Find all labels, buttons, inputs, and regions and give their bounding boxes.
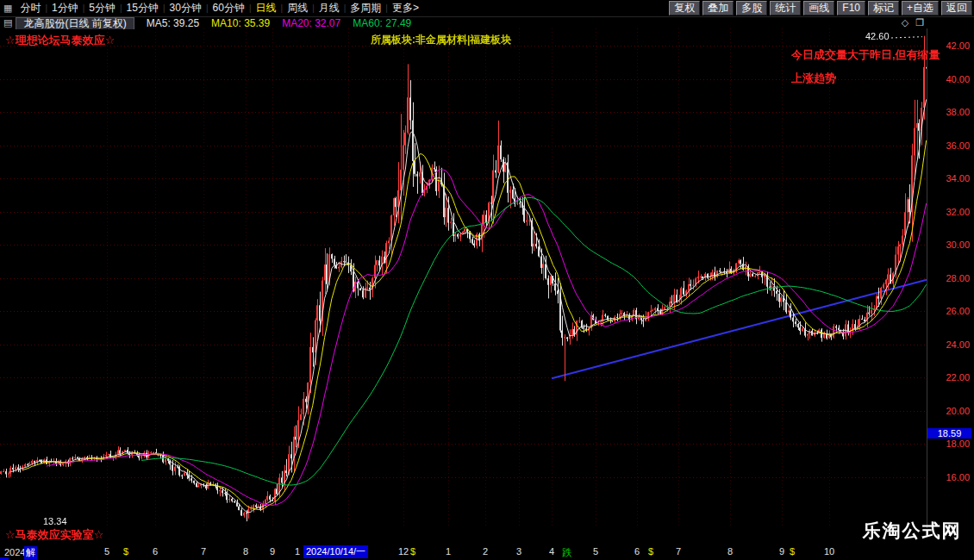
tool-button-4[interactable]: 画线 <box>803 1 834 16</box>
period-tab-8[interactable]: 月线 <box>315 1 344 16</box>
price-label: 36.00 <box>929 140 970 151</box>
price-axis-highlight: 18.59 <box>927 428 971 439</box>
chart-list-icon[interactable]: ▤ <box>0 17 16 28</box>
period-tab-9[interactable]: 多周期 <box>346 1 385 16</box>
time-tick-2: 6 <box>153 546 158 557</box>
tdx-window: ▦ 分时|1分钟|5分钟|15分钟|30分钟|60分钟|日线|周线|月线|多周期… <box>0 0 974 560</box>
price-label: 24.00 <box>929 339 970 350</box>
period-tab-6[interactable]: 日线 <box>252 1 281 16</box>
sector-note: 所属板块:非金属材料|福建板块 <box>371 33 511 47</box>
price-label: 20.00 <box>929 406 970 416</box>
tool-button-3[interactable]: 统计 <box>770 1 801 16</box>
price-label: 32.00 <box>929 207 970 217</box>
time-tick-15: 8 <box>727 546 733 557</box>
stock-tab-label: 龙高股份(日线 前复权) <box>23 17 126 29</box>
price-label: 18.00 <box>929 439 970 449</box>
tool-button-8[interactable]: 返回 <box>941 1 972 16</box>
period-tab-1[interactable]: 1分钟 <box>47 1 83 16</box>
price-label: 22.00 <box>929 372 970 383</box>
tool-button-2[interactable]: 多股 <box>736 1 767 16</box>
period-tab-3[interactable]: 15分钟 <box>122 1 163 16</box>
time-tick-13: 6 <box>634 546 640 557</box>
time-tick-9: 2 <box>483 546 488 557</box>
ma-label-0: MA5: 39.25 <box>147 17 199 29</box>
time-tick-3: 7 <box>201 546 206 557</box>
tool-button-0[interactable]: 复权 <box>669 1 700 16</box>
time-tick-8: 1 <box>446 546 451 557</box>
watermark-title: 乐淘公式网 <box>852 520 972 541</box>
price-label: 16.00 <box>929 472 970 482</box>
time-tick-5: 9 <box>270 546 275 557</box>
price-label: 26.00 <box>929 306 970 316</box>
period-low-label: 13.34 <box>43 516 67 526</box>
time-axis: 2024/10/14/一 2024年5678911212345678910解$$… <box>0 544 974 560</box>
price-label: 34.00 <box>929 173 970 184</box>
tool-button-5[interactable]: F10 <box>837 1 865 16</box>
app-grid-icon[interactable]: ▦ <box>0 3 16 14</box>
ma-label-1: MA10: 35.39 <box>211 17 270 29</box>
period-menu: 分时|1分钟|5分钟|15分钟|30分钟|60分钟|日线|周线|月线|多周期|更… <box>16 1 423 16</box>
marker-badge-2: $ <box>410 546 415 557</box>
candlestick-chart[interactable] <box>0 28 927 528</box>
time-tick-7: 12 <box>398 546 409 557</box>
marker-badge-3: 跌 <box>562 546 571 559</box>
period-high-label: 42.60 <box>865 31 890 41</box>
marker-badge-5: $ <box>790 546 795 557</box>
period-tab-0[interactable]: 分时 <box>16 1 45 16</box>
time-tick-4: 8 <box>243 546 248 557</box>
top-menu-bar: ▦ 分时|1分钟|5分钟|15分钟|30分钟|60分钟|日线|周线|月线|多周期… <box>0 0 974 17</box>
period-tab-10[interactable]: 更多> <box>388 1 423 16</box>
time-tick-11: 4 <box>549 546 554 557</box>
stock-tab[interactable]: 龙高股份(日线 前复权) <box>16 17 134 29</box>
period-tab-4[interactable]: 30分钟 <box>165 1 206 16</box>
tool-button-7[interactable]: +自选 <box>902 1 939 16</box>
marker-badge-1: $ <box>123 546 128 557</box>
ma-label-3: MA60: 27.49 <box>353 17 411 29</box>
time-tick-6: 1 <box>295 546 300 557</box>
time-tick-16: 9 <box>779 546 784 557</box>
ma-legend: MA5: 39.25MA10: 35.39MA20: 32.07MA60: 27… <box>147 17 412 29</box>
time-tick-1: 5 <box>104 546 109 557</box>
price-label: 38.00 <box>929 107 970 117</box>
price-label: 28.00 <box>929 273 970 283</box>
info-bar: ▤ 龙高股份(日线 前复权) MA5: 39.25MA10: 35.39MA20… <box>0 17 974 28</box>
price-label: 40.00 <box>929 74 970 84</box>
forum-note: ☆理想论坛马泰效应☆ <box>5 33 115 48</box>
time-tick-12: 5 <box>593 546 598 557</box>
tool-button-6[interactable]: 标记 <box>868 1 899 16</box>
marker-badge-0: 解 <box>24 546 37 559</box>
time-tick-14: 7 <box>676 546 681 557</box>
time-tick-10: 3 <box>516 546 521 557</box>
volume-note-line2: 上涨趋势 <box>791 71 836 86</box>
diamond-icon[interactable]: ◇ <box>902 17 908 28</box>
selected-date-highlight[interactable]: 2024/10/14/一 <box>303 545 368 558</box>
time-tick-17: 10 <box>824 546 834 557</box>
marker-badge-4: $ <box>648 546 653 557</box>
period-tab-5[interactable]: 60分钟 <box>209 1 249 16</box>
period-tab-7[interactable]: 周线 <box>283 1 312 16</box>
infobar-right-icons: ◇ ❐ <box>902 17 924 28</box>
tool-button-1[interactable]: 叠加 <box>702 1 734 16</box>
price-label: 30.00 <box>929 240 970 250</box>
ma-label-2: MA20: 32.07 <box>282 17 340 29</box>
lab-note: ☆马泰效应实验室☆ <box>5 527 103 543</box>
period-tab-2[interactable]: 5分钟 <box>84 1 120 16</box>
panel-icon[interactable]: ❐ <box>915 17 924 28</box>
volume-note-line1: 今日成交量大于昨日,但有缩量 <box>791 47 940 63</box>
toolbar-buttons: 复权叠加多股统计画线F10标记+自选返回 <box>669 1 972 16</box>
